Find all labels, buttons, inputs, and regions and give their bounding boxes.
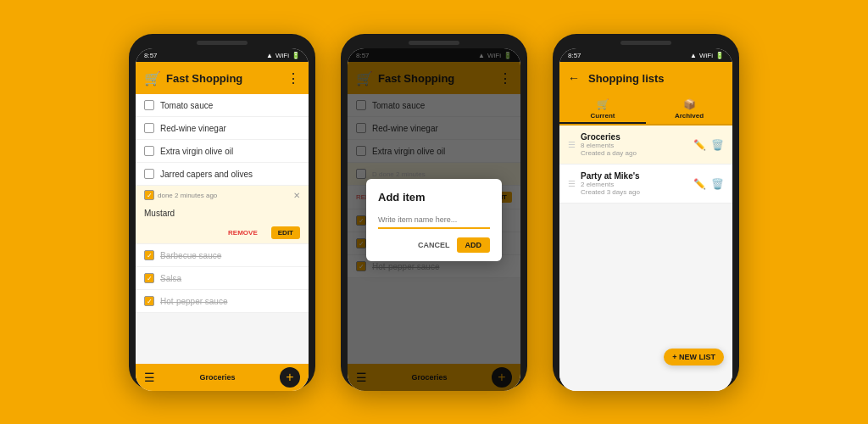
item-text-5: Barbecue sauce [160,251,221,260]
done-header: ✓ done 2 minutes ago ✕ [144,190,300,200]
archived-tab-label: Archived [675,112,704,120]
list-card-elements-2: 2 elements [581,181,688,188]
edit-icon-2[interactable]: ✏️ [693,178,706,190]
phone-3: 8:57 ▲ WiFi 🔋 ← Shopping lists 🛒 Current… [553,34,739,390]
check-7: ✓ [147,298,153,305]
hamburger-icon-1[interactable]: ☰ [144,371,155,384]
archived-tab-icon: 📦 [683,98,696,110]
list-item-5[interactable]: ✓ Barbecue sauce [136,244,309,267]
done-item-container: ✓ done 2 minutes ago ✕ Mustard REMOVE ED… [136,186,309,244]
list-item-7[interactable]: ✓ Hot-pepper sauce [136,290,309,313]
cancel-button[interactable]: CANCEL [418,241,450,249]
item-text-4: Jarred capers and olives [160,170,253,179]
item-text-1: Tomato sauce [160,101,213,110]
list-card-actions-1: ✏️ 🗑️ [693,139,724,151]
done-time: done 2 minutes ago [158,192,217,199]
back-arrow-icon[interactable]: ← [568,71,580,85]
app-title-3: Shopping lists [588,72,724,85]
list-card-name-2: Party at Mike's [581,171,688,181]
list-item-6[interactable]: ✓ Salsa [136,267,309,290]
status-bar-3: 8:57 ▲ WiFi 🔋 [559,48,732,62]
check-5: ✓ [147,252,153,259]
signal-icon-1: ▲ [266,52,273,59]
item-text-7: Hot-pepper sauce [160,297,228,306]
menu-dots-1[interactable]: ⋮ [287,70,300,86]
fab-icon-1: + [286,370,293,385]
phone-1: 8:57 ▲ WiFi 🔋 🛒 Fast Shopping ⋮ Tomato s… [129,34,315,390]
status-time-1: 8:57 [144,52,158,59]
bottom-bar-1: ☰ Groceries + [136,364,309,391]
checkbox-5[interactable]: ✓ [144,250,154,260]
tabs-bar: 🛒 Current 📦 Archived [559,94,732,126]
list-card-elements-1: 8 elements [581,142,688,149]
list-item-3[interactable]: Extra virgin olive oil [136,140,309,163]
drag-handle-2: ☰ [568,179,576,188]
list-item-2[interactable]: Red-wine vinegar [136,117,309,140]
list-card-info-2: Party at Mike's 2 elements Created 3 day… [581,171,688,196]
app-title-1: Fast Shopping [166,72,281,85]
item-text-3: Extra virgin olive oil [160,147,233,156]
list-card-info-1: Groceries 8 elements Created a day ago [581,132,688,157]
dialog-overlay: Add item CANCEL ADD [348,48,520,391]
phone-2: 8:57 ▲ WiFi 🔋 🛒 Fast Shopping ⋮ Tomato s… [341,34,527,390]
item-text-6: Salsa [160,274,181,283]
delete-icon-2[interactable]: 🗑️ [711,178,724,190]
checkbox-2[interactable] [144,123,154,133]
fab-button-1[interactable]: + [280,367,300,388]
dialog-actions: CANCEL ADD [378,237,490,253]
list-card-groceries[interactable]: ☰ Groceries 8 elements Created a day ago… [559,126,732,165]
item-name-input[interactable] [378,214,490,229]
battery-icon-3: 🔋 [715,52,724,59]
phone-notch-1 [197,41,248,45]
status-time-3: 8:57 [568,52,581,59]
remove-button[interactable]: REMOVE [221,226,264,239]
dialog-title: Add item [378,191,490,204]
checkbox-7[interactable]: ✓ [144,296,154,306]
new-list-button[interactable]: + NEW LIST [664,349,724,365]
add-button[interactable]: ADD [457,237,491,253]
list-card-actions-2: ✏️ 🗑️ [693,178,724,190]
phone-screen-2: 8:57 ▲ WiFi 🔋 🛒 Fast Shopping ⋮ Tomato s… [348,48,520,391]
list-content-1: Tomato sauce Red-wine vinegar Extra virg… [136,94,309,364]
status-bar-1: 8:57 ▲ WiFi 🔋 [136,48,309,62]
tab-current[interactable]: 🛒 Current [559,94,646,124]
list-item-4[interactable]: Jarred capers and olives [136,163,309,186]
done-label: ✓ done 2 minutes ago [144,190,217,200]
phone-screen-3: 8:57 ▲ WiFi 🔋 ← Shopping lists 🛒 Current… [559,48,732,391]
list-name-label-1: Groceries [199,373,235,382]
app-bar-3: ← Shopping lists [559,62,732,94]
close-icon[interactable]: ✕ [293,191,300,200]
checkbox-1[interactable] [144,100,154,110]
checkbox-done[interactable]: ✓ [144,190,154,200]
current-tab-icon: 🛒 [597,98,609,110]
list-card-party[interactable]: ☰ Party at Mike's 2 elements Created 3 d… [559,165,732,204]
checkbox-6[interactable]: ✓ [144,273,154,283]
battery-icon-1: 🔋 [292,52,300,59]
add-item-dialog: Add item CANCEL ADD [366,179,502,261]
list-item-1[interactable]: Tomato sauce [136,94,309,117]
checkbox-3[interactable] [144,146,154,156]
phone-notch-2 [409,41,459,45]
list-card-name-1: Groceries [581,132,688,142]
edit-icon-1[interactable]: ✏️ [693,139,706,151]
phone-notch-3 [620,41,671,45]
done-item-name: Mustard [144,206,175,220]
check-6: ✓ [147,275,153,282]
check-mark: ✓ [147,192,153,199]
edit-button[interactable]: EDIT [271,226,300,239]
list-card-created-2: Created 3 days ago [581,188,688,196]
status-icons-3: ▲ WiFi 🔋 [690,52,724,59]
phone-screen-1: 8:57 ▲ WiFi 🔋 🛒 Fast Shopping ⋮ Tomato s… [136,48,309,391]
done-actions: REMOVE EDIT [221,226,300,239]
status-icons-1: ▲ WiFi 🔋 [266,52,300,59]
drag-handle-1: ☰ [568,140,576,149]
app-bar-1: 🛒 Fast Shopping ⋮ [136,62,309,94]
tab-archived[interactable]: 📦 Archived [646,94,732,124]
cart-icon-1: 🛒 [144,70,161,86]
current-tab-label: Current [591,112,615,120]
delete-icon-1[interactable]: 🗑️ [711,139,724,151]
item-text-2: Red-wine vinegar [160,124,226,133]
signal-icon-3: ▲ [690,52,697,59]
checkbox-4[interactable] [144,169,154,179]
list-card-created-1: Created a day ago [581,149,688,157]
